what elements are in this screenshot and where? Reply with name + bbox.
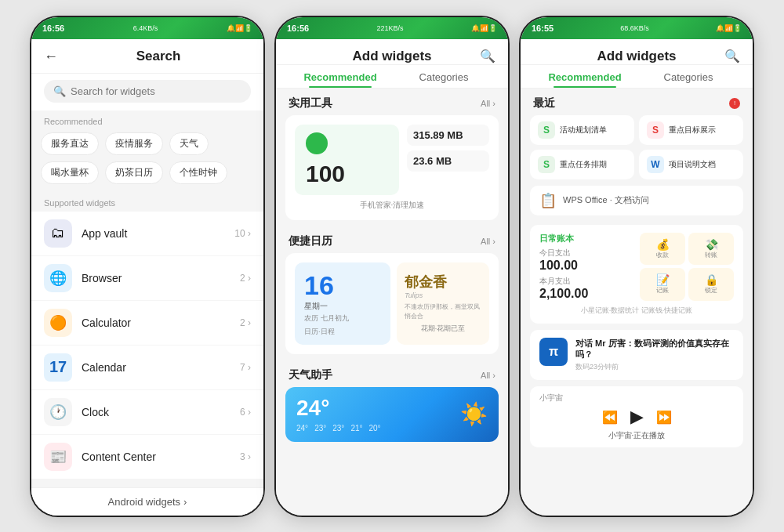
finance-btn-1[interactable]: 💸 转账 [688, 233, 734, 266]
sec-header-weather: 天气助手 All › [276, 360, 508, 387]
finance-widget[interactable]: 日常账本 今日支出 100.00 本月支出 2,100.00 💰 收款 💸 转账 [530, 225, 743, 324]
chip-2[interactable]: 天气 [169, 132, 209, 155]
play-button[interactable]: ▶ [630, 407, 644, 427]
recent-app-2[interactable]: S 重点任务排期 [530, 150, 634, 179]
sun-icon: ☀️ [460, 401, 488, 427]
article-widget[interactable]: π 对话 Mr 厉害：数码评测的价值真实存在吗？ 数码23分钟前 [530, 330, 743, 381]
content-center-icon: 📰 [44, 443, 72, 471]
search-input[interactable] [71, 85, 241, 97]
widget-item-clock[interactable]: 🕐 Clock 6 › [31, 390, 263, 434]
cal-day-num: 16 [304, 270, 381, 301]
screen-3: Add widgets 🔍 Recommended Categories 最近 … [521, 39, 753, 516]
receive-icon: 💰 [656, 238, 670, 251]
chip-3[interactable]: 喝水量杯 [41, 161, 99, 184]
search-bar-container: 🔍 [31, 74, 263, 110]
calendar-name: Calendar [82, 361, 230, 374]
finance-left: 日常账本 今日支出 100.00 本月支出 2,100.00 [539, 233, 633, 301]
utilities-all[interactable]: All › [481, 99, 495, 108]
tab-recommended-3[interactable]: Recommended [533, 65, 637, 88]
transfer-icon: 💸 [705, 238, 718, 251]
cal-date-label: 农历 七月初九 [304, 313, 381, 324]
tabs-bar-3: Recommended Categories [521, 65, 753, 89]
lock-label: 锁定 [705, 286, 717, 295]
add-widgets-title-2: Add widgets [304, 49, 480, 64]
status-bar-1: 16:56 6.4KB/s 🔔📶🔋 [31, 17, 263, 39]
status-time-1: 16:56 [42, 24, 64, 33]
recent-app-3[interactable]: W 项目说明文档 [639, 150, 743, 179]
calendar-icon: 17 [44, 353, 72, 382]
add-widgets-header-2: Add widgets 🔍 [276, 39, 508, 65]
widget-item-content[interactable]: 📰 Content Center 3 › [31, 435, 263, 479]
temp-4: 20° [369, 424, 381, 432]
temp-1: 23° [314, 424, 326, 432]
recent-app-1[interactable]: S 重点目标展示 [639, 115, 743, 145]
appvault-icon: 🗂 [44, 219, 72, 248]
status-bar-3: 16:55 68.6KB/s 🔔📶🔋 [521, 17, 753, 39]
phone-1: 16:56 6.4KB/s 🔔📶🔋 ← Search 🔍 Recommended… [30, 16, 265, 517]
header-search-icon-2[interactable]: 🔍 [480, 49, 495, 63]
phone-3: 16:55 68.6KB/s 🔔📶🔋 Add widgets 🔍 Recomme… [519, 16, 754, 517]
article-content: 对话 Mr 厉害：数码评测的价值真实存在吗？ 数码23分钟前 [575, 338, 734, 373]
wps-row[interactable]: 📋 WPS Office · 文档访问 [530, 186, 743, 215]
finance-btn-2[interactable]: 📝 记账 [640, 268, 685, 301]
tab-categories-2[interactable]: Categories [392, 65, 495, 88]
status-time-3: 16:55 [532, 24, 554, 33]
recent-app-0[interactable]: S 活动规划清单 [530, 115, 634, 145]
recent-name-0: 活动规划清单 [560, 125, 607, 135]
sec-header-utilities: 实用工具 All › [276, 89, 508, 115]
widget-item-browser[interactable]: 🌐 Browser 2 › [31, 256, 263, 300]
widget-item-appvault[interactable]: 🗂 App vault 10 › [31, 212, 263, 255]
appvault-count: 10 › [234, 228, 251, 239]
weather-widget[interactable]: 24° 24° 23° 23° 21° 20° ☀️ [285, 387, 499, 442]
header-search-icon-3[interactable]: 🔍 [724, 49, 740, 63]
calculator-name: Calculator [82, 317, 230, 329]
recommended-label: Recommended [31, 110, 263, 129]
chip-1[interactable]: 疫情服务 [105, 132, 163, 155]
recent-section: 最近 ! S 活动规划清单 S 重点目标展示 [521, 89, 753, 225]
calculator-icon: 🟠 [44, 309, 72, 337]
phone-manager-card[interactable]: 100 315.89 MB 23.6 MB 手机管家·清理加速 [285, 115, 499, 220]
chip-0[interactable]: 服务直达 [41, 132, 99, 155]
clock-name: Clock [82, 406, 230, 418]
recent-icon-0: S [538, 121, 555, 139]
status-speed-1: 6.4KB/s [133, 24, 158, 32]
weather-sec-title: 天气助手 [289, 368, 332, 382]
music-widget[interactable]: 小宇宙 ⏪ ▶ ⏩ 小宇宙·正在播放 [530, 386, 743, 447]
browser-count: 2 › [240, 273, 251, 284]
calendar-all[interactable]: All › [481, 237, 495, 246]
temp-0: 24° [296, 424, 308, 432]
status-time-2: 16:56 [287, 24, 309, 33]
recent-name-2: 重点任务排期 [560, 160, 607, 169]
recent-grid: S 活动规划清单 S 重点目标展示 S 重点任务排期 [521, 115, 753, 186]
rewind-button[interactable]: ⏪ [602, 410, 618, 425]
chip-4[interactable]: 奶茶日历 [105, 161, 163, 184]
weather-all[interactable]: All › [481, 371, 495, 380]
phone-2: 16:56 221KB/s 🔔📶🔋 Add widgets 🔍 Recommen… [274, 16, 510, 517]
cal-day-label: 星期一 [304, 301, 381, 312]
finance-btn-3[interactable]: 🔒 锁定 [688, 268, 734, 301]
tab-recommended-2[interactable]: Recommended [289, 65, 392, 88]
status-icons-3: 🔔📶🔋 [716, 24, 742, 32]
cal-nav: 日历·日程 [304, 327, 381, 337]
add-widgets-title-3: Add widgets [549, 49, 724, 64]
recent-icon-1: S [647, 121, 664, 139]
finance-app-name: 日常账本 [539, 233, 633, 244]
status-bar-2: 16:56 221KB/s 🔔📶🔋 [276, 17, 508, 39]
widget-item-calendar[interactable]: 17 Calendar 7 › [31, 346, 263, 389]
wps-icon: 📋 [539, 192, 557, 209]
pm-val-2: 23.6 MB [413, 155, 483, 167]
android-widgets-bar[interactable]: Android widgets › [31, 487, 263, 516]
browser-icon: 🌐 [44, 264, 72, 292]
finance-row: 日常账本 今日支出 100.00 本月支出 2,100.00 💰 收款 💸 转账 [539, 233, 734, 301]
android-widgets-label: Android widgets [108, 496, 181, 508]
chip-5[interactable]: 个性时钟 [169, 161, 227, 184]
forward-button[interactable]: ⏩ [656, 410, 672, 425]
transfer-label: 转账 [705, 251, 717, 259]
supported-label: Supported widgets [31, 192, 263, 211]
pm-val-1: 315.89 MB [413, 129, 483, 141]
tab-categories-3[interactable]: Categories [637, 65, 740, 88]
finance-btn-0[interactable]: 💰 收款 [640, 233, 685, 266]
calendar-widget-card[interactable]: 16 星期一 农历 七月初九 日历·日程 郁金香 Tulips 不逢农历伊那板，… [285, 253, 499, 354]
back-button[interactable]: ← [44, 49, 58, 65]
widget-item-calculator[interactable]: 🟠 Calculator 2 › [31, 301, 263, 345]
